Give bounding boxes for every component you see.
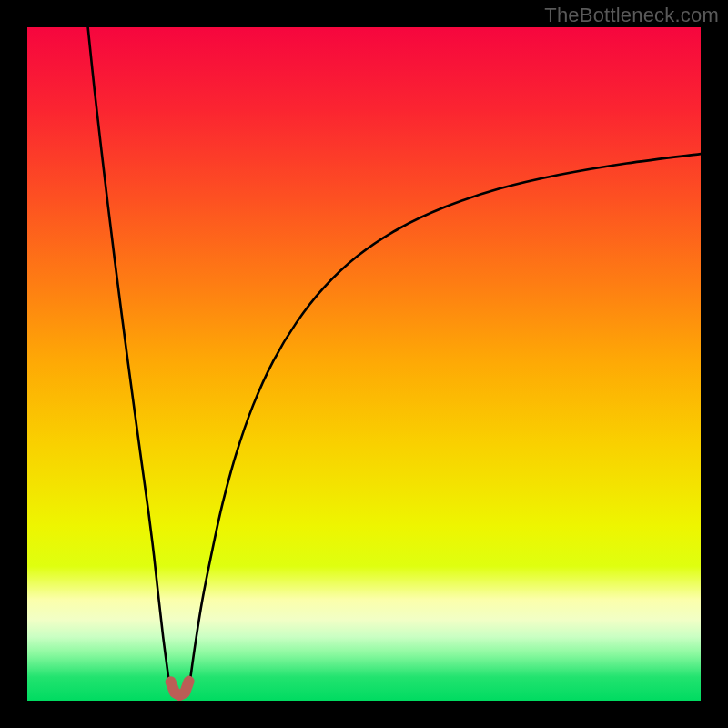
curve-layer bbox=[27, 27, 701, 701]
plot-area bbox=[27, 27, 701, 701]
bottleneck-curve-right bbox=[190, 154, 701, 679]
attribution-label: TheBottleneck.com bbox=[544, 4, 719, 27]
minimum-marker bbox=[171, 682, 189, 696]
bottleneck-curve-left bbox=[88, 27, 169, 679]
chart-frame: TheBottleneck.com bbox=[0, 0, 728, 728]
